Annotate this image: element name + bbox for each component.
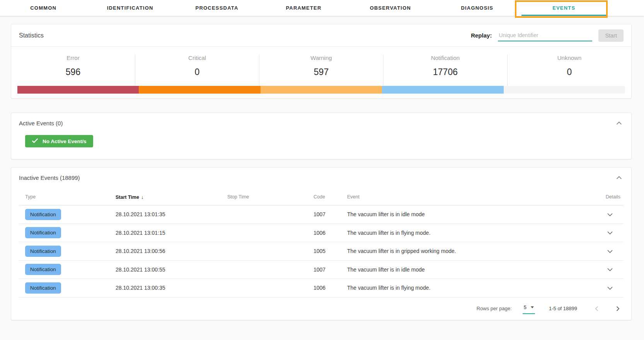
tab-label: COMMON [30, 5, 56, 11]
column-header-stop-time: Stop Time [221, 194, 307, 200]
cell-event: The vacuum lifter is in idle mode [341, 211, 569, 217]
inactive-events-table: Type Start Time↓ Stop Time Code Event De… [19, 189, 624, 297]
type-badge: Notification [25, 264, 61, 275]
chevron-down-icon [607, 285, 613, 291]
bar-segment-notification [382, 86, 503, 94]
tab-observation[interactable]: OBSERVATION [347, 0, 434, 16]
expand-row-button[interactable] [607, 230, 613, 236]
statistics-title: Statistics [19, 32, 44, 39]
expand-row-button[interactable] [607, 212, 613, 218]
bar-segment-warning [261, 86, 382, 94]
cell-code: 1005 [307, 248, 341, 254]
rows-per-page-value: 5 [524, 304, 526, 310]
rows-per-page-select[interactable]: 5 [523, 303, 535, 314]
cell-start-time: 28.10.2021 13:00:55 [109, 267, 221, 273]
table-pagination: Rows per page: 5 1-5 of 18899 [11, 297, 631, 320]
pagination-range-label: 1-5 of 18899 [549, 306, 577, 311]
main-content: Statistics Replay: Start Error 596 Criti… [0, 16, 644, 320]
stat-label: Warning [259, 55, 383, 61]
tab-diagnosis[interactable]: DIAGNOSIS [434, 0, 520, 16]
cell-start-time: 28.10.2021 13:01:15 [109, 230, 221, 236]
inactive-events-title: Inactive Events (18899) [19, 174, 80, 181]
type-badge: Notification [25, 246, 61, 257]
badge-label: No Active Event/s [43, 138, 87, 144]
expand-row-button[interactable] [607, 267, 613, 273]
cell-code: 1006 [307, 230, 341, 236]
tab-common[interactable]: COMMON [0, 0, 87, 16]
expand-row-button[interactable] [607, 285, 613, 291]
stat-label: Unknown [508, 55, 631, 61]
tab-identification[interactable]: IDENTIFICATION [87, 0, 173, 16]
chevron-up-icon [616, 175, 622, 181]
stat-warning: Warning 597 [259, 55, 383, 86]
collapse-active-events-button[interactable] [615, 120, 624, 126]
type-badge: Notification [25, 209, 61, 220]
tab-label: IDENTIFICATION [107, 5, 153, 11]
cell-start-time: 28.10.2021 13:00:35 [109, 285, 221, 291]
table-row: Notification 28.10.2021 13:01:15 1006 Th… [19, 224, 624, 243]
collapse-inactive-events-button[interactable] [615, 174, 624, 181]
stat-value: 597 [259, 67, 383, 77]
chevron-up-icon [616, 120, 622, 126]
stat-label: Notification [383, 55, 507, 61]
chevron-down-icon [607, 212, 613, 217]
cell-start-time: 28.10.2021 13:00:56 [109, 248, 221, 254]
inactive-events-card: Inactive Events (18899) Type Start Time↓… [11, 167, 632, 320]
cell-event: The vacuum lifter is in flying mode. [341, 230, 569, 236]
table-header-row: Type Start Time↓ Stop Time Code Event De… [19, 189, 624, 205]
no-active-events-badge: No Active Event/s [25, 135, 93, 147]
stat-unknown: Unknown 0 [508, 55, 631, 86]
sort-descending-icon: ↓ [141, 194, 144, 200]
tab-label: PARAMETER [286, 5, 321, 11]
replay-unique-identifier-input[interactable] [498, 30, 592, 41]
active-events-card: Active Events (0) No Active Event/s [11, 113, 632, 159]
stat-value: 596 [11, 67, 135, 77]
tab-parameter[interactable]: PARAMETER [260, 0, 347, 16]
table-row: Notification 28.10.2021 13:00:35 1006 Th… [19, 279, 624, 297]
table-row: Notification 28.10.2021 13:00:55 1007 Th… [19, 261, 624, 279]
bar-segment-critical [139, 86, 260, 94]
start-button[interactable]: Start [598, 29, 624, 42]
chevron-down-icon [607, 267, 613, 272]
stat-critical: Critical 0 [135, 55, 259, 86]
type-badge: Notification [25, 227, 61, 238]
check-icon [32, 138, 38, 144]
column-header-type: Type [19, 194, 109, 200]
stat-label: Critical [135, 55, 259, 61]
stat-value: 0 [135, 67, 259, 77]
expand-row-button[interactable] [607, 248, 613, 255]
previous-page-button[interactable] [593, 304, 601, 314]
tab-events[interactable]: EVENTS [521, 0, 607, 16]
table-row: Notification 28.10.2021 13:00:56 1005 Th… [19, 242, 624, 261]
cell-event: The vacuum lifter is in idle mode [341, 267, 569, 273]
statistics-grid: Error 596 Critical 0 Warning 597 Notific… [11, 47, 631, 86]
column-header-details: Details [569, 194, 624, 200]
tab-processdata[interactable]: PROCESSDATA [174, 0, 260, 16]
active-events-title: Active Events (0) [19, 120, 63, 126]
tab-label: DIAGNOSIS [461, 5, 493, 11]
cell-code: 1006 [307, 285, 341, 291]
table-row: Notification 28.10.2021 13:01:35 1007 Th… [19, 205, 624, 224]
chevron-down-icon [607, 230, 613, 236]
replay-label: Replay: [471, 32, 492, 39]
bar-segment-unknown [504, 86, 625, 94]
cell-event: The vacuum lifter is in gripped working … [341, 248, 569, 254]
chevron-left-icon [595, 307, 598, 313]
cell-code: 1007 [307, 211, 341, 217]
column-header-label: Start Time [116, 195, 139, 200]
type-badge: Notification [25, 282, 61, 294]
bar-segment-error [17, 86, 139, 94]
cell-code: 1007 [307, 267, 341, 273]
rows-per-page-label: Rows per page: [477, 306, 512, 311]
tab-label: PROCESSDATA [196, 5, 239, 11]
dropdown-caret-icon [531, 306, 534, 308]
stat-error: Error 596 [11, 55, 135, 86]
tab-label: OBSERVATION [370, 5, 411, 11]
cell-start-time: 28.10.2021 13:01:35 [109, 211, 221, 217]
replay-group: Replay: Start [471, 29, 624, 42]
chevron-right-icon [616, 307, 620, 313]
statistics-card: Statistics Replay: Start Error 596 Criti… [11, 24, 632, 99]
stat-label: Error [11, 55, 135, 61]
column-header-start-time[interactable]: Start Time↓ [109, 194, 221, 200]
next-page-button[interactable] [614, 304, 622, 314]
